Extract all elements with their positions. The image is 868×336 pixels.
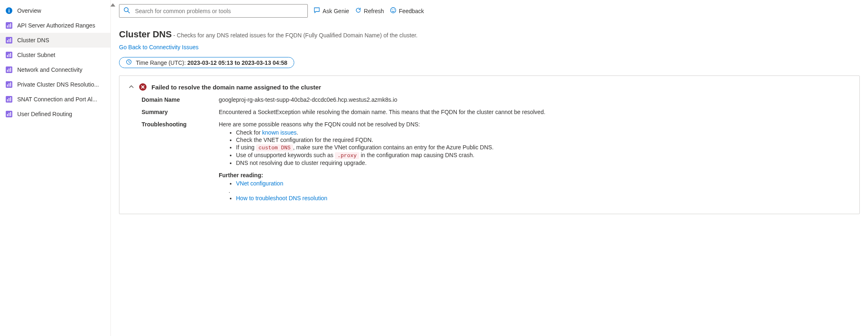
main-content: Ask Genie Refresh Feedback Cluster DNS -… [111, 0, 868, 336]
svg-rect-9 [9, 39, 9, 42]
time-range-label: Time Range (UTC): [136, 59, 188, 66]
svg-rect-6 [10, 23, 11, 27]
chart-icon [6, 22, 12, 29]
page-subtitle: - Checks for any DNS related issues for … [173, 32, 417, 39]
svg-rect-8 [7, 40, 8, 42]
code-proxy: .proxy [335, 152, 359, 159]
svg-rect-20 [7, 85, 8, 87]
chart-icon [6, 66, 12, 73]
ts-item: If using custom DNS, make sure the VNet … [236, 144, 850, 151]
svg-point-31 [124, 8, 128, 12]
feedback-button[interactable]: Feedback [390, 7, 424, 15]
refresh-label: Refresh [364, 8, 384, 14]
sidebar-item-label: Network and Connectivity [17, 66, 82, 73]
sidebar-item-cluster-subnet[interactable]: Cluster Subnet [0, 48, 110, 62]
ask-genie-label: Ask Genie [323, 8, 349, 14]
search-input[interactable] [134, 7, 303, 15]
svg-line-32 [128, 11, 130, 13]
svg-rect-25 [9, 98, 9, 101]
refresh-icon [355, 7, 362, 15]
sidebar-item-udr[interactable]: User Defined Routing [0, 107, 110, 121]
search-icon [124, 7, 130, 15]
svg-rect-26 [10, 97, 11, 101]
sidebar-item-snat[interactable]: SNAT Connection and Port Al... [0, 92, 110, 107]
diagnostic-card: Failed to resolve the domain name assign… [119, 75, 860, 214]
code-custom-dns: custom DNS [256, 144, 293, 151]
sidebar-item-label: SNAT Connection and Port Al... [17, 96, 97, 103]
page-title: Cluster DNS [119, 29, 172, 39]
svg-rect-13 [9, 54, 9, 57]
svg-point-33 [390, 8, 396, 13]
chart-icon [6, 96, 12, 103]
ts-item: Use of unsupported keywords such as .pro… [236, 152, 850, 159]
feedback-label: Feedback [399, 8, 424, 14]
time-range-pill[interactable]: Time Range (UTC): 2023-03-12 05:13 to 20… [119, 57, 294, 68]
sidebar-item-private-cluster-dns[interactable]: Private Cluster DNS Resolutio... [0, 77, 110, 92]
svg-rect-21 [9, 83, 9, 87]
svg-rect-29 [9, 113, 9, 116]
troubleshoot-dns-link[interactable]: How to troubleshoot DNS resolution [236, 195, 328, 201]
search-box[interactable] [119, 4, 308, 18]
svg-rect-10 [10, 38, 11, 42]
clock-icon [126, 59, 132, 66]
svg-point-34 [392, 9, 392, 10]
chart-icon [6, 81, 12, 88]
fr-item: VNet configuration [236, 180, 850, 187]
sidebar-collapse-icon[interactable] [110, 3, 115, 7]
summary-label: Summary [128, 109, 219, 115]
vnet-config-link[interactable]: VNet configuration [236, 180, 283, 187]
svg-rect-17 [9, 69, 9, 72]
svg-rect-22 [10, 82, 11, 87]
sidebar-item-label: Cluster Subnet [17, 52, 55, 58]
svg-rect-12 [7, 55, 8, 57]
svg-rect-28 [7, 114, 8, 116]
page-header: Cluster DNS - Checks for any DNS related… [119, 29, 860, 68]
chart-icon [6, 111, 12, 117]
sidebar-item-cluster-dns[interactable]: Cluster DNS [0, 33, 110, 48]
sidebar-item-api-server[interactable]: API Server Authorized Ranges [0, 18, 110, 33]
svg-rect-1 [9, 10, 9, 13]
fr-item: How to troubleshoot DNS resolution [236, 195, 850, 201]
chart-icon [6, 52, 12, 58]
info-icon [6, 7, 12, 14]
sidebar: Overview API Server Authorized Ranges Cl… [0, 0, 111, 336]
svg-rect-4 [7, 25, 8, 27]
sidebar-item-label: API Server Authorized Ranges [17, 22, 95, 29]
chat-icon [314, 7, 320, 15]
time-range-value: 2023-03-12 05:13 to 2023-03-13 04:58 [188, 59, 288, 66]
sidebar-item-label: Cluster DNS [17, 37, 49, 43]
sidebar-item-label: Private Cluster DNS Resolutio... [17, 81, 99, 88]
ask-genie-button[interactable]: Ask Genie [314, 7, 349, 15]
ts-item: DNS not resolving due to cluster requiri… [236, 160, 850, 166]
svg-rect-5 [9, 24, 9, 27]
further-reading-label: Further reading: [219, 172, 850, 178]
sidebar-item-overview[interactable]: Overview [0, 3, 110, 18]
svg-rect-24 [7, 99, 8, 101]
sidebar-overview-label: Overview [17, 7, 41, 14]
back-link[interactable]: Go Back to Connectivity Issues [119, 44, 199, 50]
svg-point-35 [394, 9, 394, 10]
smile-icon [390, 7, 396, 15]
fr-item: . [229, 187, 850, 194]
known-issues-link[interactable]: known issues [262, 129, 297, 136]
domain-name-value: googleproj-rg-aks-test-supp-40cba2-dccdc… [219, 96, 850, 103]
svg-rect-18 [10, 68, 11, 72]
refresh-button[interactable]: Refresh [355, 7, 384, 15]
troubleshooting-intro: Here are some possible reasons why the F… [219, 121, 850, 128]
svg-rect-30 [10, 112, 11, 116]
svg-rect-2 [9, 9, 9, 10]
troubleshooting-label: Troubleshooting [128, 121, 219, 202]
diagnostic-title: Failed to resolve the domain name assign… [151, 84, 321, 91]
summary-value: Encountered a SocketException while reso… [219, 109, 850, 115]
chevron-up-icon[interactable] [128, 84, 134, 90]
top-toolbar: Ask Genie Refresh Feedback [119, 0, 860, 18]
domain-name-label: Domain Name [128, 96, 219, 103]
sidebar-item-label: User Defined Routing [17, 111, 72, 117]
sidebar-item-network[interactable]: Network and Connectivity [0, 62, 110, 77]
ts-item: Check for known issues. [236, 129, 850, 136]
error-icon [139, 83, 147, 91]
troubleshooting-list: Check for known issues. Check the VNET c… [219, 129, 850, 166]
chart-icon [6, 37, 12, 43]
further-reading-list: VNet configuration . How to troubleshoot… [219, 180, 850, 201]
ts-item: Check the VNET configuration for the req… [236, 137, 850, 143]
